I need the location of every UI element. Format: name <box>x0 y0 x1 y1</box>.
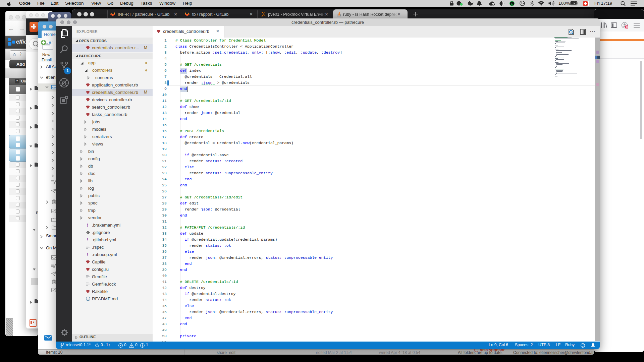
svg-text:S: S <box>511 2 513 5</box>
